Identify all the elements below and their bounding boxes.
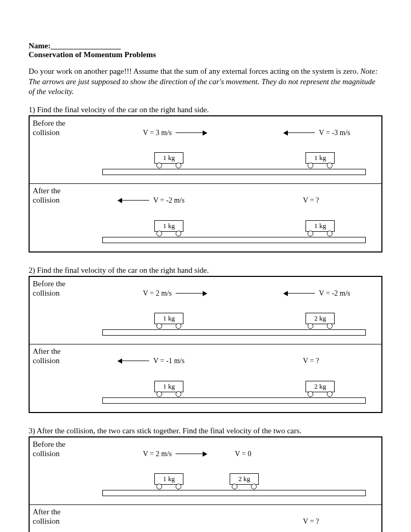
cart-mass: 2 kg (230, 473, 259, 485)
arrow-left-icon (284, 293, 315, 294)
cart: 1 kg (154, 313, 183, 329)
cart-mass: 1 kg (306, 220, 335, 232)
cart: 1 kg (154, 381, 183, 397)
panel-label-before: Before the collision (33, 440, 65, 459)
instructions-text: Do your work on another page!!! Assume t… (29, 66, 382, 97)
instructions-main: Do your work on another page!!! Assume t… (29, 67, 361, 75)
before-panel: Before the collision V = 2 m/s V = 0 1 k… (30, 437, 381, 505)
vel-text: V = 2 m/s (143, 289, 171, 298)
panel-label-after: After the collision (33, 507, 61, 527)
vel-text: V = -3 m/s (319, 129, 350, 137)
cart: 2 kg (306, 381, 335, 397)
velocity-label: V = 2 m/s (143, 450, 207, 458)
problem-box: Before the collision V = 2 m/s V = 0 1 k… (29, 436, 382, 533)
cart-mass: 1 kg (154, 381, 183, 392)
vel-text: V = -2 m/s (153, 196, 184, 205)
velocity-label: V = 3 m/s (143, 129, 207, 137)
cart-mass: 1 kg (154, 152, 183, 164)
worksheet-title: Conservation of Momentum Problems (29, 50, 382, 59)
vel-text: V = ? (303, 517, 319, 526)
cart: 2 kg (306, 313, 335, 329)
vel-text: V = -1 m/s (153, 357, 184, 365)
velocity-label: V = -3 m/s (284, 129, 350, 137)
cart: 2 kg (230, 473, 259, 490)
problem-box: Before the collision V = 3 m/s V = -3 m/… (29, 115, 382, 252)
cart-mass: 1 kg (154, 473, 183, 485)
cart: 1 kg (306, 220, 335, 237)
velocity-label: V = ? (303, 517, 319, 526)
cart-mass: 1 kg (154, 313, 183, 324)
vel-text: V = 2 m/s (143, 450, 171, 458)
cart: 1 kg (306, 152, 335, 169)
velocity-label: V = -2 m/s (118, 196, 184, 205)
vel-text: V = 0 (235, 450, 251, 458)
before-panel: Before the collision V = 3 m/s V = -3 m/… (30, 116, 381, 184)
cart: 1 kg (154, 220, 183, 237)
velocity-label: V = ? (303, 196, 319, 205)
problem-prompt: 3) After the collision, the two cars sti… (29, 427, 382, 435)
before-panel: Before the collision V = 2 m/s V = -2 m/… (30, 277, 381, 344)
name-field-label: Name:__________________ (29, 42, 382, 50)
after-panel: After the collision V = -2 m/s V = ? 1 k… (30, 184, 381, 251)
velocity-label: V = 0 (235, 450, 251, 458)
worksheet-page: Name:__________________ Conservation of … (0, 0, 411, 532)
vel-text: V = ? (303, 196, 319, 205)
velocity-label: V = -1 m/s (118, 357, 184, 365)
after-panel: After the collision V = -1 m/s V = ? 1 k… (30, 344, 381, 412)
problem-prompt: 1) Find the final velocity of the car on… (29, 105, 382, 114)
problem-prompt: 2) Find the final velocity of the car on… (29, 266, 382, 275)
track (102, 169, 366, 175)
velocity-label: V = ? (303, 357, 319, 365)
cart-mass: 2 kg (306, 313, 335, 324)
arrow-right-icon (176, 132, 207, 134)
arrow-right-icon (176, 454, 207, 455)
problem-box: Before the collision V = 2 m/s V = -2 m/… (29, 276, 382, 413)
vel-text: V = -2 m/s (319, 289, 350, 298)
track (102, 329, 366, 336)
arrow-right-icon (176, 293, 207, 294)
cart-mass: 2 kg (306, 381, 335, 392)
panel-label-after: After the collision (33, 347, 61, 366)
after-panel: After the collision V = ? 1 kg 2 kg (30, 505, 381, 533)
cart-mass: 1 kg (154, 220, 183, 232)
vel-text: V = 3 m/s (143, 129, 171, 137)
track (102, 490, 366, 496)
arrow-left-icon (118, 200, 149, 201)
panel-label-after: After the collision (33, 186, 61, 206)
arrow-left-icon (284, 132, 315, 134)
panel-label-before: Before the collision (33, 118, 65, 138)
vel-text: V = ? (303, 357, 319, 365)
cart: 1 kg (154, 473, 183, 490)
cart-mass: 1 kg (306, 152, 335, 164)
track (102, 397, 366, 404)
arrow-left-icon (118, 361, 149, 362)
cart: 1 kg (154, 152, 183, 169)
velocity-label: V = -2 m/s (284, 289, 350, 298)
velocity-label: V = 2 m/s (143, 289, 207, 298)
track (102, 237, 366, 243)
panel-label-before: Before the collision (33, 279, 65, 299)
